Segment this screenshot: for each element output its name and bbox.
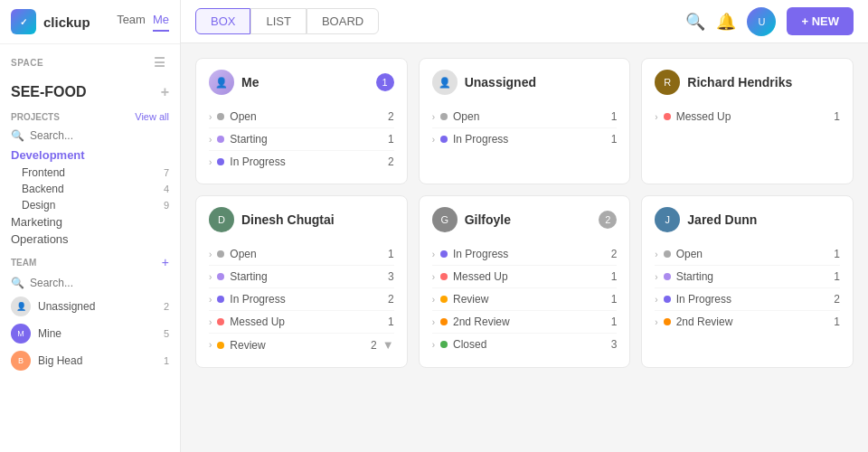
card-row-me-in-progress[interactable]: › In Progress 2: [209, 150, 394, 173]
status-dot: [440, 318, 448, 325]
projects-label: PROJECTS: [11, 112, 60, 122]
sidebar-search[interactable]: 🔍: [0, 126, 180, 146]
card-row-jared-in-progress[interactable]: › In Progress 2: [655, 287, 840, 310]
chevron-icon: ›: [655, 272, 657, 282]
project-backend[interactable]: Backend 4: [0, 181, 180, 197]
space-add-icon[interactable]: +: [161, 84, 169, 100]
status-count: 2: [371, 339, 377, 352]
card-row-me-open[interactable]: › Open 2: [209, 106, 394, 127]
topbar: BOX LIST BOARD 🔍 🔔 U + NEW: [181, 0, 868, 43]
project-development[interactable]: Development: [0, 146, 180, 165]
user-avatar[interactable]: U: [747, 7, 776, 36]
card-row-gilfoyle-messed-up[interactable]: › Messed Up 1: [432, 265, 618, 287]
team-header: TEAM +: [0, 248, 180, 273]
card-row-jared-starting[interactable]: › Starting 1: [655, 265, 840, 287]
chevron-icon: ›: [209, 250, 212, 259]
status-label: Messed Up: [676, 110, 731, 123]
box-view-button[interactable]: BOX: [195, 8, 250, 34]
status-count: 1: [611, 133, 618, 146]
new-button[interactable]: + NEW: [787, 7, 854, 35]
card-row-unassigned-in-progress[interactable]: › In Progress 1: [432, 127, 618, 150]
project-design[interactable]: Design 9: [0, 197, 180, 213]
team-search[interactable]: 🔍: [0, 273, 180, 293]
card-row-dinesh-review[interactable]: › Review 2 ▼: [209, 333, 394, 356]
status-label: Starting: [230, 133, 267, 146]
status-label: In Progress: [453, 133, 508, 146]
team-label: TEAM: [11, 258, 36, 268]
chevron-icon: ›: [432, 112, 435, 122]
card-row-dinesh-starting[interactable]: › Starting 3: [209, 265, 394, 287]
status-label: Starting: [230, 270, 267, 283]
nav-tab-me[interactable]: Me: [153, 13, 169, 32]
card-row-gilfoyle-closed[interactable]: › Closed 3: [432, 333, 618, 355]
card-row-me-starting[interactable]: › Starting 1: [209, 127, 394, 150]
topbar-actions: 🔍 🔔 U + NEW: [685, 7, 854, 36]
card-header-unassigned: 👤 Unassigned: [420, 59, 630, 102]
space-name[interactable]: SEE-FOOD +: [0, 80, 180, 108]
card-name-gilfoyle: Gilfoyle: [465, 212, 511, 227]
card-row-gilfoyle-in-progress[interactable]: › In Progress 2: [432, 243, 618, 265]
chevron-icon: ›: [209, 157, 212, 167]
card-row-gilfoyle-review[interactable]: › Review 1: [432, 287, 618, 310]
status-dot: [217, 273, 224, 280]
card-avatar-dinesh: D: [209, 207, 234, 232]
status-dot: [217, 136, 224, 143]
status-dot: [440, 273, 448, 280]
status-label: Closed: [453, 338, 486, 351]
team-search-input[interactable]: [30, 277, 169, 289]
card-row-gilfoyle-2nd-review[interactable]: › 2nd Review 1: [432, 310, 618, 333]
status-label: Open: [676, 248, 703, 260]
status-dot: [440, 296, 448, 303]
card-row-jared-2nd-review[interactable]: › 2nd Review 1: [655, 310, 840, 333]
card-body-gilfoyle: › In Progress 2 › Messed Up: [420, 240, 630, 366]
status-dot: [217, 318, 224, 325]
card-row-dinesh-in-progress[interactable]: › In Progress 2: [209, 287, 394, 310]
chevron-icon: ›: [209, 272, 212, 282]
collapse-icon[interactable]: ☰: [150, 52, 170, 73]
card-avatar-unassigned: 👤: [432, 70, 458, 95]
status-count: 1: [834, 270, 840, 283]
card-row-dinesh-messed-up[interactable]: › Messed Up 1: [209, 310, 394, 333]
search-input[interactable]: [30, 129, 169, 142]
board-view-button[interactable]: BOARD: [307, 8, 379, 34]
status-count: 1: [611, 110, 618, 123]
card-row-dinesh-open[interactable]: › Open 1: [209, 243, 394, 265]
card-name-dinesh: Dinesh Chugtai: [241, 212, 335, 227]
card-header-gilfoyle: G Gilfoyle 2: [420, 196, 630, 240]
status-count: 2: [388, 293, 394, 306]
member-mine[interactable]: M Mine 5: [0, 320, 180, 347]
chevron-icon: ›: [209, 295, 212, 305]
project-frontend[interactable]: Frontend 7: [0, 165, 180, 181]
chevron-icon: ›: [432, 272, 435, 282]
chevron-icon: ›: [432, 317, 435, 327]
card-row-richard-messed-up[interactable]: › Messed Up 1: [655, 106, 840, 127]
status-dot: [217, 342, 224, 349]
chevron-icon: ›: [209, 112, 212, 122]
show-more-icon[interactable]: ▼: [382, 338, 394, 352]
card-badge-me: 1: [376, 73, 394, 91]
marketing-item[interactable]: Marketing: [0, 213, 180, 231]
unassigned-avatar: 👤: [11, 297, 31, 316]
notifications-icon[interactable]: 🔔: [716, 12, 736, 32]
chevron-icon: ›: [209, 135, 212, 145]
operations-item[interactable]: Operations: [0, 231, 180, 248]
search-icon[interactable]: 🔍: [685, 12, 705, 32]
status-label: Open: [230, 110, 256, 123]
member-bighead[interactable]: B Big Head 1: [0, 347, 180, 374]
member-unassigned[interactable]: 👤 Unassigned 2: [0, 293, 180, 320]
status-dot: [440, 341, 448, 348]
team-add-icon[interactable]: +: [162, 255, 169, 269]
chevron-icon: ›: [655, 250, 657, 259]
status-count: 2: [388, 155, 394, 168]
card-header-jared: J Jared Dunn: [642, 196, 853, 240]
nav-tab-team[interactable]: Team: [117, 13, 146, 32]
card-row-jared-open[interactable]: › Open 1: [655, 243, 840, 265]
view-all-link[interactable]: View all: [135, 111, 169, 122]
status-label: In Progress: [453, 248, 508, 260]
card-row-unassigned-open[interactable]: › Open 1: [432, 106, 618, 127]
card-body-unassigned: › Open 1 › In Progress: [420, 102, 630, 161]
list-view-button[interactable]: LIST: [250, 8, 306, 34]
card-dinesh: D Dinesh Chugtai › Open 1: [195, 195, 408, 368]
card-avatar-me: 👤: [209, 70, 234, 95]
status-count: 2: [834, 293, 840, 306]
